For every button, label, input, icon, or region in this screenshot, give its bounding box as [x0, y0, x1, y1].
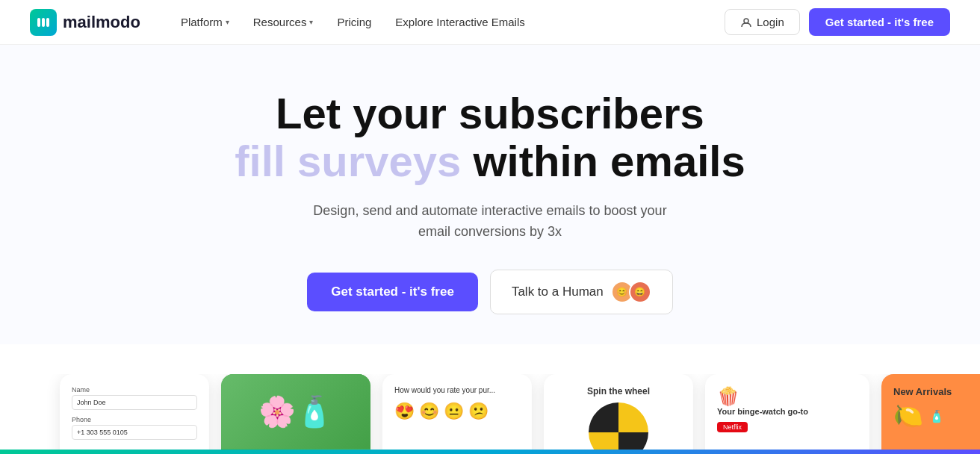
cta-primary-button[interactable]: Get started - it's free [307, 273, 478, 311]
svg-rect-0 [37, 18, 40, 27]
hero-subtitle: Design, send and automate interactive em… [303, 200, 677, 243]
arrivals-product: 🍋 🧴 [893, 402, 980, 430]
bottom-accent-bar [0, 450, 980, 454]
user-icon [740, 16, 752, 28]
popcorn-icon: 🍿 [717, 386, 858, 407]
avatar-group: 😊 😄 [611, 281, 651, 303]
lemon-icon: 🍋 [893, 402, 923, 430]
svg-point-3 [744, 19, 748, 23]
navbar: mailmodo Platform ▾ Resources ▾ Pricing … [0, 0, 980, 45]
product-image-bottle: 🧴 [929, 409, 944, 423]
form-name-field: Name John Doe [72, 386, 197, 410]
nav-item-resources[interactable]: Resources ▾ [243, 10, 324, 34]
spin-wheel [589, 402, 648, 454]
hero-buttons: Get started - it's free Talk to a Human … [307, 270, 673, 314]
nav-item-platform[interactable]: Platform ▾ [170, 10, 240, 34]
logo-icon [30, 9, 57, 36]
emoji-4: 😕 [468, 402, 489, 421]
preview-strip: Name John Doe Phone +1 303 555 0105 🌸🧴 H… [0, 374, 980, 454]
hero-title: Let your subscribers fill surveys within… [235, 90, 745, 185]
login-button[interactable]: Login [725, 9, 800, 35]
emoji-2: 😊 [419, 402, 439, 421]
emoji-1: 😍 [394, 402, 415, 421]
avatar: 😄 [629, 281, 651, 303]
nav-item-interactive-emails[interactable]: Explore Interactive Emails [385, 10, 535, 34]
netflix-tag: Netflix [717, 422, 748, 432]
nav-actions: Login Get started - it's free [725, 8, 950, 36]
chevron-down-icon: ▾ [309, 18, 313, 26]
product-image: 🌸🧴 [221, 374, 370, 449]
nav-item-pricing[interactable]: Pricing [326, 10, 382, 34]
svg-rect-1 [42, 18, 45, 27]
preview-card-form: Name John Doe Phone +1 303 555 0105 [60, 374, 209, 454]
preview-card-product: 🌸🧴 [221, 374, 370, 454]
preview-card-rating: How would you rate your pur... 😍 😊 😐 😕 [382, 374, 532, 454]
logo-text: mailmodo [63, 13, 140, 32]
emoji-3: 😐 [444, 402, 464, 421]
chevron-down-icon: ▾ [226, 18, 229, 26]
preview-card-spin: Spin the wheel [544, 374, 693, 454]
nav-get-started-button[interactable]: Get started - it's free [809, 8, 950, 36]
svg-rect-2 [46, 18, 49, 27]
cta-secondary-button[interactable]: Talk to a Human 😊 😄 [490, 270, 673, 314]
preview-card-binge: 🍿 Your binge-watch go-to Netflix [705, 374, 869, 454]
emoji-rating-row: 😍 😊 😐 😕 [394, 402, 520, 421]
nav-links: Platform ▾ Resources ▾ Pricing Explore I… [170, 10, 725, 34]
preview-card-arrivals: New Arrivals 🍋 🧴 [881, 374, 980, 454]
logo[interactable]: mailmodo [30, 9, 140, 36]
hero-section: Let your subscribers fill surveys within… [0, 45, 980, 344]
form-phone-field: Phone +1 303 555 0105 [72, 416, 197, 440]
